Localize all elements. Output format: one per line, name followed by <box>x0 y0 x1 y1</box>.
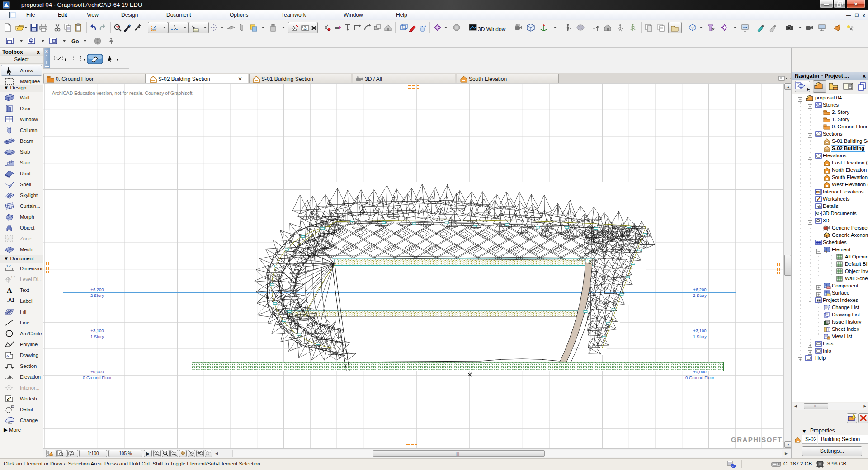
svg-text:0 Ground Floor: 0 Ground Floor <box>83 375 112 380</box>
svg-text:+3,100: +3,100 <box>90 328 104 333</box>
svg-text:2 Story: 2 Story <box>693 293 707 298</box>
svg-text:0 Ground Floor: 0 Ground Floor <box>685 375 714 380</box>
svg-text:+3,100: +3,100 <box>693 328 706 333</box>
svg-text:A1: A1 <box>9 298 14 303</box>
svg-text:1.2: 1.2 <box>11 276 15 279</box>
svg-text:A: A <box>7 287 12 294</box>
svg-text:2 Story: 2 Story <box>90 293 104 298</box>
svg-text:1 Story: 1 Story <box>90 334 104 339</box>
svg-text:1.2: 1.2 <box>6 264 11 268</box>
svg-text:±0,000: ±0,000 <box>91 369 104 374</box>
svg-text:1 Story: 1 Story <box>693 334 707 339</box>
svg-text:+6,200: +6,200 <box>90 287 104 292</box>
svg-text:Z: Z <box>7 237 9 241</box>
svg-text:+6,200: +6,200 <box>693 287 706 292</box>
svg-text:12: 12 <box>303 28 307 30</box>
